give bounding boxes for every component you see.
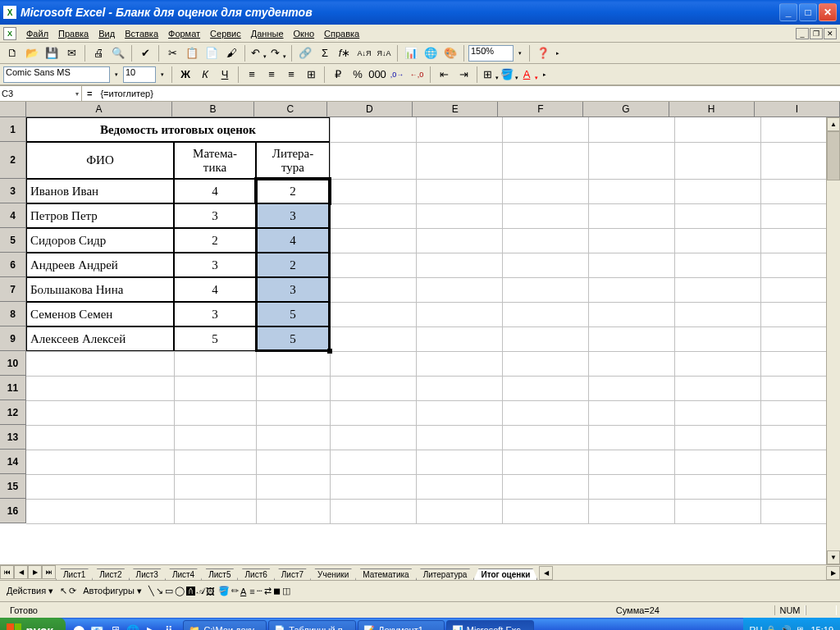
row-header[interactable]: 3: [0, 179, 25, 203]
cell[interactable]: Иванов Иван: [26, 179, 174, 203]
row-header[interactable]: 12: [0, 400, 25, 425]
cells-area[interactable]: Ведомость итоговых оценокФИОМатема-тикаЛ…: [26, 117, 840, 523]
currency-icon[interactable]: ₽: [329, 66, 347, 84]
paste-icon[interactable]: 📄: [203, 44, 221, 62]
cell[interactable]: 4: [256, 228, 330, 253]
row-header[interactable]: 16: [0, 499, 25, 523]
scroll-down-icon[interactable]: ▼: [827, 550, 840, 564]
taskbar-button[interactable]: 📄 Табличный п...: [268, 620, 356, 630]
taskbar-button[interactable]: 📁 С:\Мои доку...: [183, 620, 267, 630]
rectangle-icon[interactable]: ▭: [165, 586, 173, 596]
autosum-icon[interactable]: Σ: [316, 44, 334, 62]
sheet-tab[interactable]: Лист1: [56, 568, 93, 580]
taskbar-button[interactable]: 📝 Документ1 - ...: [358, 620, 445, 630]
cell[interactable]: 2: [174, 228, 256, 253]
cell[interactable]: Петров Петр: [26, 203, 174, 228]
row-header[interactable]: 1: [0, 117, 25, 142]
cell[interactable]: 5: [174, 326, 256, 351]
3d-icon[interactable]: ◫: [282, 586, 290, 596]
tab-nav-last-icon[interactable]: ⏭: [42, 565, 56, 579]
arrow-icon[interactable]: ↘: [156, 586, 163, 596]
cell[interactable]: 5: [256, 326, 330, 351]
line-style-icon[interactable]: ≡: [249, 587, 254, 596]
fx-equals[interactable]: =: [87, 89, 92, 98]
font-color-icon[interactable]: A: [521, 66, 539, 84]
increase-decimal-icon[interactable]: ,0→: [388, 66, 406, 84]
spellcheck-icon[interactable]: ✔: [136, 44, 154, 62]
cell[interactable]: Матема-тика: [174, 142, 256, 179]
fill-color-icon[interactable]: 🪣: [501, 66, 519, 84]
row-header[interactable]: 4: [0, 203, 25, 228]
column-header[interactable]: H: [669, 102, 755, 116]
workbook-icon[interactable]: X: [3, 27, 16, 40]
rotate-icon[interactable]: ⟳: [69, 586, 76, 596]
italic-icon[interactable]: К: [196, 66, 214, 84]
vscroll-thumb[interactable]: [827, 131, 840, 180]
cell[interactable]: Литера-тура: [256, 142, 330, 179]
align-center-icon[interactable]: ≡: [262, 66, 281, 84]
start-button[interactable]: пуск: [0, 618, 66, 630]
cell[interactable]: 3: [256, 203, 330, 228]
tray-icon[interactable]: 🔊: [780, 625, 792, 631]
ql-item[interactable]: ⬤: [71, 621, 87, 630]
cell[interactable]: Ведомость итоговых оценок: [26, 117, 330, 142]
cell[interactable]: ФИО: [26, 142, 174, 179]
column-header[interactable]: F: [498, 102, 583, 116]
font-size-dropdown-icon[interactable]: ▾: [158, 66, 167, 84]
sort-asc-icon[interactable]: А↓Я: [355, 44, 373, 62]
cell[interactable]: 4: [174, 179, 256, 203]
sheet-tab[interactable]: Лист2: [92, 568, 129, 580]
menu-tools[interactable]: Сервис: [205, 27, 246, 40]
maximize-button[interactable]: □: [799, 3, 817, 21]
help-icon[interactable]: ❓: [534, 44, 552, 62]
line-color-icon[interactable]: ✏: [231, 586, 239, 596]
name-box[interactable]: C3: [0, 86, 82, 101]
menu-file[interactable]: Файл: [21, 27, 53, 40]
map-icon[interactable]: 🌐: [422, 44, 440, 62]
align-right-icon[interactable]: ≡: [282, 66, 300, 84]
row-header[interactable]: 14: [0, 450, 25, 474]
formula-input[interactable]: {=итоглитер}: [97, 86, 840, 101]
font-color-draw-icon[interactable]: A: [240, 587, 246, 596]
row-header[interactable]: 2: [0, 142, 25, 179]
cell[interactable]: 5: [256, 302, 330, 326]
language-indicator[interactable]: RU: [750, 625, 763, 630]
row-header[interactable]: 7: [0, 277, 25, 302]
cut-icon[interactable]: ✂: [163, 44, 181, 62]
tray-icon[interactable]: 🔒: [765, 625, 777, 631]
ql-item[interactable]: ▶: [143, 621, 159, 630]
font-name-combo[interactable]: Comic Sans MS: [3, 66, 110, 83]
print-preview-icon[interactable]: 🔍: [109, 44, 127, 62]
menu-edit[interactable]: Правка: [53, 27, 94, 40]
new-icon[interactable]: 🗋: [3, 44, 21, 62]
ql-item[interactable]: ⠿: [161, 621, 177, 630]
menu-data[interactable]: Данные: [246, 27, 289, 40]
column-header[interactable]: G: [583, 102, 669, 116]
row-header[interactable]: 11: [0, 376, 25, 400]
cell[interactable]: Большакова Нина: [26, 277, 174, 302]
borders-icon[interactable]: ⊞: [482, 66, 500, 84]
email-icon[interactable]: ✉: [62, 44, 80, 62]
fill-handle[interactable]: [327, 349, 332, 354]
zoom-dropdown-icon[interactable]: ▾: [515, 44, 525, 62]
wordart-icon[interactable]: 𝒜: [197, 586, 204, 596]
toolbar-options-icon[interactable]: ▸: [541, 66, 549, 84]
ql-item[interactable]: 🖥: [107, 621, 123, 630]
open-icon[interactable]: 📂: [23, 44, 41, 62]
select-objects-icon[interactable]: ↖: [60, 586, 67, 596]
copy-icon[interactable]: 📋: [183, 44, 201, 62]
column-header[interactable]: B: [172, 102, 253, 116]
column-header[interactable]: A: [26, 102, 173, 116]
row-header[interactable]: 15: [0, 474, 25, 499]
cell[interactable]: 3: [174, 203, 256, 228]
format-painter-icon[interactable]: 🖌: [222, 44, 240, 62]
percent-icon[interactable]: %: [349, 66, 367, 84]
print-icon[interactable]: 🖨: [89, 44, 107, 62]
column-header[interactable]: I: [755, 102, 840, 116]
cell[interactable]: Андреев Андрей: [26, 253, 174, 277]
cell[interactable]: 2: [256, 253, 330, 277]
zoom-combo[interactable]: 150%: [468, 45, 514, 62]
sheet-tab[interactable]: Лист5: [201, 568, 238, 580]
menu-window[interactable]: Окно: [289, 27, 320, 40]
dash-style-icon[interactable]: ┄: [257, 586, 262, 596]
